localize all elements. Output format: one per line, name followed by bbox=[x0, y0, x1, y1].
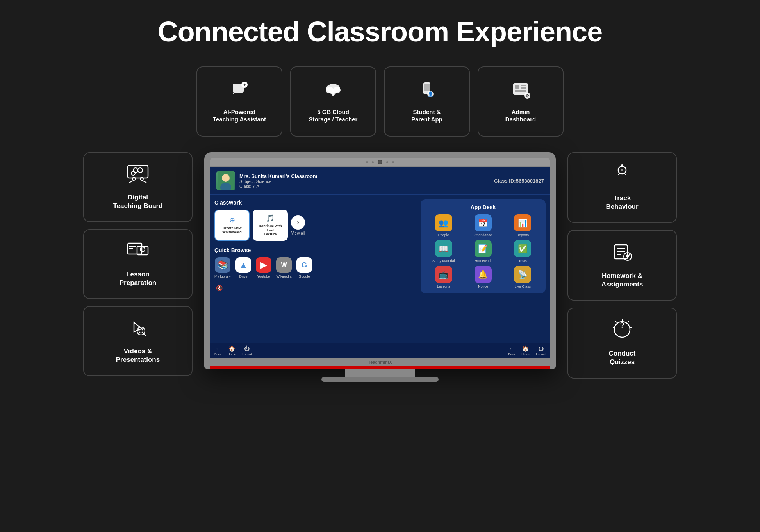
monitor-top-bar bbox=[210, 158, 550, 166]
app-live-class[interactable]: 📡 Live Class bbox=[505, 266, 541, 288]
browse-google[interactable]: G Google bbox=[296, 257, 312, 278]
svg-rect-29 bbox=[137, 246, 148, 255]
card-digital-teaching[interactable]: Digital Teaching Board bbox=[83, 152, 193, 222]
page-title: Connected Classroom Experience bbox=[158, 16, 602, 48]
nav-home-left[interactable]: 🏠 Home bbox=[228, 345, 236, 356]
conduct-quizzes-label: Conduct Quizzes bbox=[609, 350, 636, 366]
videos-icon bbox=[92, 318, 184, 342]
mute-icon[interactable]: 🔇 bbox=[214, 283, 224, 293]
app-desk-title: App Desk bbox=[425, 204, 541, 210]
view-all-button[interactable]: › bbox=[291, 215, 305, 230]
app-grid: 👥 People 📅 Attendance 📊 bbox=[425, 214, 541, 288]
ai-label: AI-Powered Teaching Assistant bbox=[213, 108, 266, 123]
browse-wikipedia[interactable]: W Wikipedia bbox=[276, 257, 292, 278]
svg-line-54 bbox=[615, 321, 617, 322]
app-people[interactable]: 👥 People bbox=[425, 214, 462, 237]
card-ai-teaching[interactable]: ✦ AI-Powered Teaching Assistant bbox=[196, 66, 282, 137]
nav-logout-right[interactable]: ⏻ Logout bbox=[536, 345, 546, 356]
homework-assignments-icon bbox=[576, 242, 668, 266]
dashboard-icon: ⚙ bbox=[511, 80, 530, 103]
teacher-name: Mrs. Sunita Kumari's Classroom bbox=[239, 173, 318, 179]
card-lesson-prep[interactable]: Lesson Preparation bbox=[83, 229, 193, 299]
track-behaviour-icon bbox=[576, 164, 668, 189]
view-all-label: View all bbox=[291, 231, 305, 235]
nav-home-right[interactable]: 🏠 Home bbox=[521, 345, 530, 356]
create-whiteboard-card[interactable]: ⊕ Create NewWhiteboard bbox=[214, 210, 250, 241]
create-label: Create NewWhiteboard bbox=[222, 226, 242, 235]
svg-rect-17 bbox=[515, 90, 526, 92]
card-videos-presentations[interactable]: Videos & Presentations bbox=[83, 306, 193, 376]
admin-label: Admin Dashboard bbox=[505, 108, 536, 123]
attendance-label: Attendance bbox=[474, 233, 492, 237]
lesson-prep-label: Lesson Preparation bbox=[120, 270, 156, 286]
app-notice[interactable]: 🔔 Notice bbox=[465, 266, 501, 288]
card-student-parent[interactable]: 👤 Student & Parent App bbox=[384, 66, 470, 137]
sidebar-right: Track Behaviour Homework & Assignments bbox=[567, 152, 677, 379]
svg-line-24 bbox=[142, 180, 146, 183]
study-material-label: Study Material bbox=[432, 259, 455, 263]
screen-left: Classwork ⊕ Create NewWhiteboard 🎵 bbox=[214, 199, 416, 338]
app-homework[interactable]: 📝 Homework bbox=[465, 240, 501, 263]
svg-rect-15 bbox=[521, 85, 526, 86]
conduct-quizzes-icon: ? bbox=[576, 319, 668, 344]
svg-text:⚙: ⚙ bbox=[526, 94, 529, 98]
app-lessons[interactable]: 📺 Lessons bbox=[425, 266, 462, 288]
screen-header: Mrs. Sunita Kumari's Classroom Subject: … bbox=[210, 167, 550, 195]
svg-point-38 bbox=[222, 174, 230, 182]
tests-icon: ✅ bbox=[514, 240, 531, 257]
homework-label: Homework bbox=[475, 259, 491, 263]
nav-logout-left[interactable]: ⏻ Logout bbox=[242, 345, 252, 356]
continue-lecture-card[interactable]: 🎵 Continue with LastLecture bbox=[253, 210, 288, 241]
svg-point-30 bbox=[140, 247, 145, 252]
home-label-right: Home bbox=[521, 352, 530, 356]
nav-group-left: ← Back 🏠 Home ⏻ Logout bbox=[214, 345, 252, 356]
drive-label: Drive bbox=[239, 274, 248, 278]
screen: Mrs. Sunita Kumari's Classroom Subject: … bbox=[210, 167, 550, 358]
quick-browse-items: 📚 My Library ▲ Drive ▶ Youtube bbox=[214, 257, 416, 278]
browse-my-library[interactable]: 📚 My Library bbox=[214, 257, 231, 278]
people-label: People bbox=[438, 233, 449, 237]
live-class-label: Live Class bbox=[515, 285, 531, 288]
browse-drive[interactable]: ▲ Drive bbox=[235, 257, 251, 278]
app-reports[interactable]: 📊 Reports bbox=[505, 214, 541, 237]
monitor-stand bbox=[345, 369, 415, 377]
screen-body: Classwork ⊕ Create NewWhiteboard 🎵 bbox=[210, 195, 550, 343]
svg-marker-8 bbox=[330, 93, 336, 96]
lecture-label: Continue with LastLecture bbox=[257, 224, 284, 237]
back-icon-right: ← bbox=[509, 345, 514, 352]
monitor-foot bbox=[321, 377, 439, 382]
nav-back-left[interactable]: ← Back bbox=[214, 345, 221, 356]
home-icon-left: 🏠 bbox=[228, 345, 235, 352]
home-icon-right: 🏠 bbox=[522, 345, 529, 352]
videos-label: Videos & Presentations bbox=[116, 347, 160, 363]
svg-point-27 bbox=[131, 171, 135, 175]
app-attendance[interactable]: 📅 Attendance bbox=[465, 214, 501, 237]
cloud-icon bbox=[323, 80, 343, 103]
class-id: Class ID:5653801827 bbox=[494, 178, 544, 184]
sidebar-left: Digital Teaching Board Lesson Preparatio… bbox=[83, 152, 193, 376]
youtube-icon: ▶ bbox=[256, 257, 271, 273]
svg-text:👤: 👤 bbox=[428, 91, 434, 97]
track-behaviour-label: Track Behaviour bbox=[606, 194, 638, 210]
student-label: Student & Parent App bbox=[411, 108, 442, 123]
app-tests[interactable]: ✅ Tests bbox=[505, 240, 541, 263]
teacher-avatar bbox=[216, 171, 235, 190]
app-study-material[interactable]: 📖 Study Material bbox=[425, 240, 462, 263]
back-label-left: Back bbox=[214, 352, 221, 356]
card-admin-dashboard[interactable]: ⚙ Admin Dashboard bbox=[478, 66, 564, 137]
lessons-icon: 📺 bbox=[435, 266, 452, 283]
screen-bottom-nav: ← Back 🏠 Home ⏻ Logout bbox=[210, 343, 550, 358]
digital-teaching-label: Digital Teaching Board bbox=[113, 194, 162, 210]
card-conduct-quizzes[interactable]: ? Conduct Quizzes bbox=[567, 308, 677, 378]
nav-back-right[interactable]: ← Back bbox=[508, 345, 515, 356]
reports-icon: 📊 bbox=[514, 214, 531, 231]
study-material-icon: 📖 bbox=[435, 240, 452, 257]
card-track-behaviour[interactable]: Track Behaviour bbox=[567, 152, 677, 223]
card-cloud-storage[interactable]: 5 GB Cloud Storage / Teacher bbox=[290, 66, 376, 137]
wikipedia-label: Wikipedia bbox=[277, 274, 292, 278]
browse-youtube[interactable]: ▶ Youtube bbox=[256, 257, 271, 278]
logout-icon-left: ⏻ bbox=[244, 345, 250, 352]
svg-line-36 bbox=[143, 333, 146, 336]
mobile-icon: 👤 bbox=[417, 80, 437, 103]
card-homework-assignments[interactable]: Homework & Assignments bbox=[567, 230, 677, 301]
